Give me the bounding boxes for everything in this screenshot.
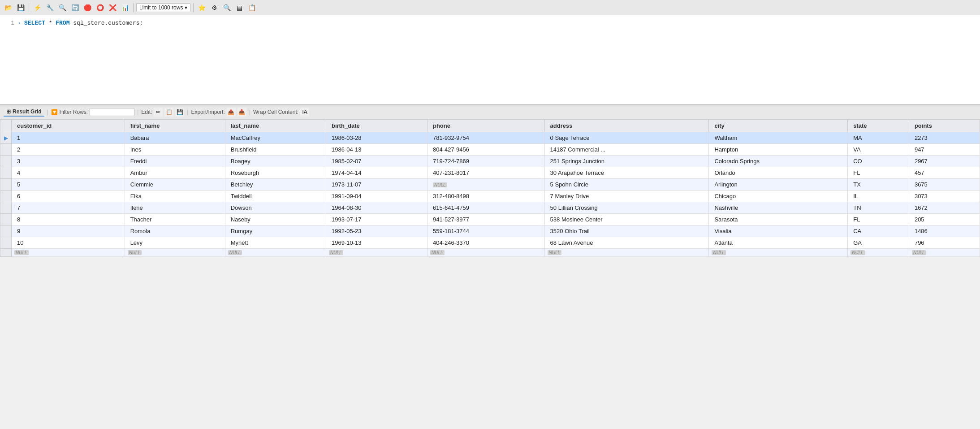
export-label: Export/Import:: [191, 109, 224, 115]
col-birth_date[interactable]: birth_date: [326, 120, 427, 132]
cell-last_name: Betchley: [225, 179, 326, 191]
wrap-btn[interactable]: IA: [300, 108, 309, 117]
limit-dropdown[interactable]: Limit to 1000 rows ▾: [136, 3, 190, 12]
table-row[interactable]: 5ClemmieBetchley1973-11-07NULL5 Spohn Ci…: [0, 179, 980, 191]
col-phone[interactable]: phone: [427, 120, 544, 132]
refresh-button[interactable]: 🔄: [69, 2, 80, 13]
col-first_name[interactable]: first_name: [125, 120, 225, 132]
col-points[interactable]: points: [909, 120, 980, 132]
favorite-button[interactable]: ⭐: [196, 2, 207, 13]
row-indicator-cell: [0, 202, 12, 214]
cell-customer_id: 4: [12, 167, 125, 179]
find-button[interactable]: 🔍: [57, 2, 68, 13]
col-last_name[interactable]: last_name: [225, 120, 326, 132]
cell-points: 205: [909, 214, 980, 225]
footer-null-cell: NULL: [326, 249, 427, 257]
edit-btn-3[interactable]: 💾: [175, 108, 184, 117]
cell-customer_id: 6: [12, 191, 125, 202]
footer-indicator: [0, 249, 12, 257]
table-row[interactable]: ▶1BabaraMacCaffrey1986-03-28781-932-9754…: [0, 132, 980, 144]
cell-city: Chicago: [709, 191, 848, 202]
stop-button[interactable]: 🛑: [82, 2, 93, 13]
cell-birth_date: 1991-09-04: [326, 191, 427, 202]
cell-city: Colorado Springs: [709, 156, 848, 167]
cell-state: CO: [848, 156, 909, 167]
table-row[interactable]: 4AmburRoseburgh1974-04-14407-231-801730 …: [0, 167, 980, 179]
filter-input[interactable]: [90, 108, 134, 116]
cell-first_name: Ambur: [125, 167, 225, 179]
cell-phone: 312-480-8498: [427, 191, 544, 202]
search-button[interactable]: 🔍: [221, 2, 232, 13]
settings-button[interactable]: 🔧: [44, 2, 55, 13]
cell-birth_date: 1964-08-30: [326, 202, 427, 214]
table-row[interactable]: 2InesBrushfield1986-04-13804-427-9456141…: [0, 144, 980, 156]
col-city[interactable]: city: [709, 120, 848, 132]
cell-address: 50 Lillian Crossing: [544, 202, 709, 214]
col-address[interactable]: address: [544, 120, 709, 132]
cell-last_name: Dowson: [225, 202, 326, 214]
footer-null-cell: NULL: [225, 249, 326, 257]
cell-address: 7 Manley Drive: [544, 191, 709, 202]
table-row[interactable]: 7IleneDowson1964-08-30615-641-475950 Lil…: [0, 202, 980, 214]
table-row[interactable]: 3FreddiBoagey1985-02-07719-724-7869251 S…: [0, 156, 980, 167]
cell-state: GA: [848, 237, 909, 249]
row-arrow-icon: ▶: [4, 135, 8, 141]
cell-phone: 615-641-4759: [427, 202, 544, 214]
row-indicator-cell: [0, 167, 12, 179]
open-button[interactable]: 📂: [3, 2, 13, 13]
cell-address: 5 Spohn Circle: [544, 179, 709, 191]
cell-first_name: Thacher: [125, 214, 225, 225]
cell-last_name: MacCaffrey: [225, 132, 326, 144]
line-dot: •: [18, 20, 21, 27]
cell-points: 1486: [909, 225, 980, 237]
filter-section: 🔽 Filter Rows:: [51, 108, 134, 116]
keyword-select: SELECT: [24, 20, 45, 26]
cell-city: Visalia: [709, 225, 848, 237]
cell-birth_date: 1986-04-13: [326, 144, 427, 156]
col-state[interactable]: state: [848, 120, 909, 132]
cell-customer_id: 1: [12, 132, 125, 144]
result-grid-tab[interactable]: ⊞ Result Grid: [4, 108, 44, 117]
close-button[interactable]: ❌: [107, 2, 118, 13]
divider-4: |: [249, 109, 250, 115]
table-row[interactable]: 10LevyMynett1969-10-13404-246-337068 Law…: [0, 237, 980, 249]
cell-first_name: Romola: [125, 225, 225, 237]
limit-label: Limit to 1000 rows: [139, 4, 183, 11]
columns-button[interactable]: ▤: [234, 2, 245, 13]
keyword-from: FROM: [56, 20, 69, 26]
grid-button[interactable]: 📊: [120, 2, 130, 13]
export-section: Export/Import: 📤 📥: [191, 108, 246, 117]
row-indicator-cell: [0, 225, 12, 237]
footer-null-cell: NULL: [427, 249, 544, 257]
table-row[interactable]: 9RomolaRumgay1992-05-23559-181-37443520 …: [0, 225, 980, 237]
footer-null-cell: NULL: [125, 249, 225, 257]
query-line-1: 1 • SELECT * FROM sql_store.customers;: [5, 19, 975, 28]
execute-button[interactable]: ⚡: [32, 2, 43, 13]
edit-btn-1[interactable]: ✏: [154, 108, 163, 117]
export-btn-2[interactable]: 📥: [237, 108, 246, 117]
query-text: SELECT * FROM sql_store.customers;: [24, 19, 143, 28]
edit-btn-2[interactable]: 📋: [164, 108, 173, 117]
copy-button[interactable]: 📋: [246, 2, 257, 13]
cell-last_name: Roseburgh: [225, 167, 326, 179]
table-row[interactable]: 6ElkaTwiddell1991-09-04312-480-84987 Man…: [0, 191, 980, 202]
footer-null-cell: NULL: [909, 249, 980, 257]
footer-null-badge: NULL: [228, 250, 242, 255]
cell-phone: 804-427-9456: [427, 144, 544, 156]
footer-null-badge: NULL: [14, 250, 29, 255]
footer-null-badge: NULL: [128, 250, 142, 255]
col-customer_id[interactable]: customer_id: [12, 120, 125, 132]
gear-button[interactable]: ⚙: [209, 2, 220, 13]
save-button[interactable]: 💾: [15, 2, 26, 13]
cell-first_name: Clemmie: [125, 179, 225, 191]
cell-points: 1672: [909, 202, 980, 214]
table-row[interactable]: 8ThacherNaseby1993-07-17941-527-3977538 …: [0, 214, 980, 225]
export-btn-1[interactable]: 📤: [227, 108, 236, 117]
footer-null-cell: NULL: [848, 249, 909, 257]
cell-last_name: Twiddell: [225, 191, 326, 202]
clear-button[interactable]: ⭕: [95, 2, 105, 13]
cell-points: 947: [909, 144, 980, 156]
query-editor[interactable]: 1 • SELECT * FROM sql_store.customers;: [0, 15, 980, 105]
filter-rows-label: Filter Rows:: [60, 109, 88, 115]
row-indicator-cell: [0, 237, 12, 249]
